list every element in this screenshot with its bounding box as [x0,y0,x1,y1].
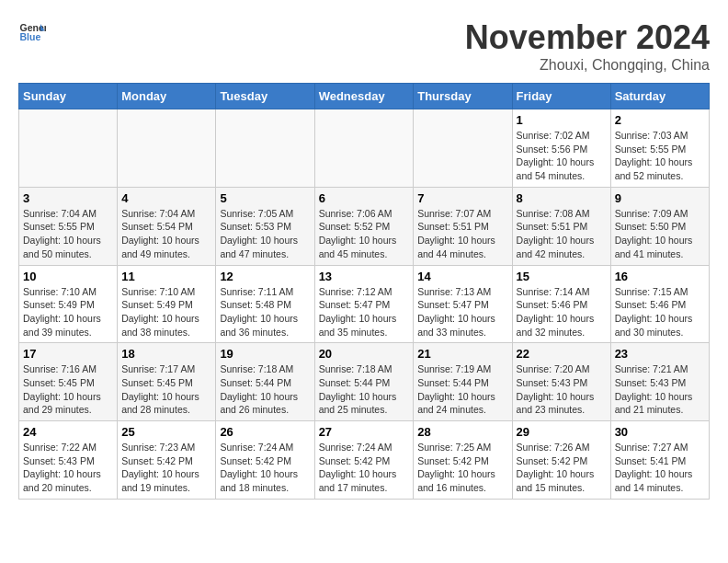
logo: General Blue [18,18,46,46]
day-info: Sunrise: 7:15 AM Sunset: 5:46 PM Dayligh… [615,285,705,339]
calendar-cell: 22Sunrise: 7:20 AM Sunset: 5:43 PM Dayli… [512,343,610,421]
calendar-cell: 21Sunrise: 7:19 AM Sunset: 5:44 PM Dayli… [414,343,512,421]
logo-icon: General Blue [18,18,46,46]
column-header-sunday: Sunday [19,84,118,109]
calendar-cell: 6Sunrise: 7:06 AM Sunset: 5:52 PM Daylig… [314,187,414,265]
day-info: Sunrise: 7:13 AM Sunset: 5:47 PM Dayligh… [417,285,507,339]
week-row-3: 10Sunrise: 7:10 AM Sunset: 5:49 PM Dayli… [19,265,710,343]
calendar-cell: 26Sunrise: 7:24 AM Sunset: 5:42 PM Dayli… [216,421,314,500]
day-info: Sunrise: 7:05 AM Sunset: 5:53 PM Dayligh… [220,207,310,261]
calendar-cell: 19Sunrise: 7:18 AM Sunset: 5:44 PM Dayli… [216,343,314,421]
calendar-cell: 13Sunrise: 7:12 AM Sunset: 5:47 PM Dayli… [314,265,414,343]
day-info: Sunrise: 7:06 AM Sunset: 5:52 PM Dayligh… [319,207,410,261]
column-header-wednesday: Wednesday [314,84,414,109]
calendar-cell: 18Sunrise: 7:17 AM Sunset: 5:45 PM Dayli… [118,343,216,421]
day-number: 30 [615,425,705,439]
day-info: Sunrise: 7:24 AM Sunset: 5:42 PM Dayligh… [319,441,410,495]
day-info: Sunrise: 7:14 AM Sunset: 5:46 PM Dayligh… [517,285,607,339]
calendar-cell [414,109,512,188]
day-info: Sunrise: 7:09 AM Sunset: 5:50 PM Dayligh… [615,207,705,261]
calendar-cell: 1Sunrise: 7:02 AM Sunset: 5:56 PM Daylig… [512,109,610,188]
day-info: Sunrise: 7:24 AM Sunset: 5:42 PM Dayligh… [220,441,310,495]
day-number: 4 [121,191,211,205]
day-number: 21 [417,347,507,361]
calendar-cell: 28Sunrise: 7:25 AM Sunset: 5:42 PM Dayli… [414,421,512,500]
day-number: 19 [220,347,310,361]
calendar-cell: 27Sunrise: 7:24 AM Sunset: 5:42 PM Dayli… [314,421,414,500]
calendar-cell: 20Sunrise: 7:18 AM Sunset: 5:44 PM Dayli… [314,343,414,421]
day-info: Sunrise: 7:11 AM Sunset: 5:48 PM Dayligh… [220,285,310,339]
day-info: Sunrise: 7:23 AM Sunset: 5:42 PM Dayligh… [121,441,211,495]
title-section: November 2024 Zhouxi, Chongqing, China [465,18,710,74]
day-info: Sunrise: 7:20 AM Sunset: 5:43 PM Dayligh… [517,362,607,417]
day-number: 12 [220,270,310,283]
day-info: Sunrise: 7:21 AM Sunset: 5:43 PM Dayligh… [615,362,705,417]
calendar-header-row: SundayMondayTuesdayWednesdayThursdayFrid… [19,84,710,109]
calendar-cell: 15Sunrise: 7:14 AM Sunset: 5:46 PM Dayli… [512,265,610,343]
day-number: 22 [517,347,607,361]
week-row-4: 17Sunrise: 7:16 AM Sunset: 5:45 PM Dayli… [19,343,710,421]
calendar-cell: 4Sunrise: 7:04 AM Sunset: 5:54 PM Daylig… [118,187,216,265]
day-info: Sunrise: 7:04 AM Sunset: 5:54 PM Dayligh… [121,207,211,261]
day-info: Sunrise: 7:08 AM Sunset: 5:51 PM Dayligh… [517,207,607,261]
svg-text:Blue: Blue [20,31,41,42]
day-number: 25 [121,425,211,439]
day-info: Sunrise: 7:27 AM Sunset: 5:41 PM Dayligh… [615,441,705,495]
day-number: 14 [417,270,507,283]
calendar-cell: 3Sunrise: 7:04 AM Sunset: 5:55 PM Daylig… [19,187,118,265]
day-number: 18 [121,347,211,361]
column-header-thursday: Thursday [414,84,512,109]
day-number: 29 [517,425,607,439]
day-number: 20 [319,347,410,361]
day-info: Sunrise: 7:02 AM Sunset: 5:56 PM Dayligh… [517,129,607,183]
column-header-friday: Friday [512,84,610,109]
day-info: Sunrise: 7:22 AM Sunset: 5:43 PM Dayligh… [23,441,113,495]
day-number: 5 [220,191,310,205]
day-number: 1 [517,113,607,127]
day-number: 27 [319,425,410,439]
day-info: Sunrise: 7:03 AM Sunset: 5:55 PM Dayligh… [615,129,705,183]
week-row-1: 1Sunrise: 7:02 AM Sunset: 5:56 PM Daylig… [19,109,710,188]
column-header-tuesday: Tuesday [216,84,314,109]
column-header-monday: Monday [118,84,216,109]
calendar-cell: 8Sunrise: 7:08 AM Sunset: 5:51 PM Daylig… [512,187,610,265]
day-number: 23 [615,347,705,361]
calendar-cell: 24Sunrise: 7:22 AM Sunset: 5:43 PM Dayli… [19,421,118,500]
calendar-cell: 14Sunrise: 7:13 AM Sunset: 5:47 PM Dayli… [414,265,512,343]
day-info: Sunrise: 7:26 AM Sunset: 5:42 PM Dayligh… [517,441,607,495]
calendar-cell [118,109,216,188]
day-info: Sunrise: 7:18 AM Sunset: 5:44 PM Dayligh… [220,362,310,417]
calendar-cell: 5Sunrise: 7:05 AM Sunset: 5:53 PM Daylig… [216,187,314,265]
day-info: Sunrise: 7:16 AM Sunset: 5:45 PM Dayligh… [23,362,113,417]
day-info: Sunrise: 7:17 AM Sunset: 5:45 PM Dayligh… [121,362,211,417]
day-number: 24 [23,425,113,439]
day-info: Sunrise: 7:10 AM Sunset: 5:49 PM Dayligh… [121,285,211,339]
page-subtitle: Zhouxi, Chongqing, China [465,57,710,74]
calendar-cell: 29Sunrise: 7:26 AM Sunset: 5:42 PM Dayli… [512,421,610,500]
day-info: Sunrise: 7:12 AM Sunset: 5:47 PM Dayligh… [319,285,410,339]
day-info: Sunrise: 7:25 AM Sunset: 5:42 PM Dayligh… [417,441,507,495]
day-number: 3 [23,191,113,205]
calendar-cell: 12Sunrise: 7:11 AM Sunset: 5:48 PM Dayli… [216,265,314,343]
calendar-cell: 9Sunrise: 7:09 AM Sunset: 5:50 PM Daylig… [610,187,709,265]
calendar-body: 1Sunrise: 7:02 AM Sunset: 5:56 PM Daylig… [19,109,710,500]
week-row-2: 3Sunrise: 7:04 AM Sunset: 5:55 PM Daylig… [19,187,710,265]
calendar-cell: 2Sunrise: 7:03 AM Sunset: 5:55 PM Daylig… [610,109,709,188]
calendar-cell: 16Sunrise: 7:15 AM Sunset: 5:46 PM Dayli… [610,265,709,343]
day-info: Sunrise: 7:10 AM Sunset: 5:49 PM Dayligh… [23,285,113,339]
calendar-cell: 30Sunrise: 7:27 AM Sunset: 5:41 PM Dayli… [610,421,709,500]
day-number: 9 [615,191,705,205]
day-info: Sunrise: 7:18 AM Sunset: 5:44 PM Dayligh… [319,362,410,417]
calendar-cell [314,109,414,188]
calendar-cell: 25Sunrise: 7:23 AM Sunset: 5:42 PM Dayli… [118,421,216,500]
day-info: Sunrise: 7:07 AM Sunset: 5:51 PM Dayligh… [417,207,507,261]
day-number: 17 [23,347,113,361]
page-header: General Blue November 2024 Zhouxi, Chong… [18,18,710,74]
column-header-saturday: Saturday [610,84,709,109]
calendar-cell: 7Sunrise: 7:07 AM Sunset: 5:51 PM Daylig… [414,187,512,265]
day-number: 15 [517,270,607,283]
day-number: 13 [319,270,410,283]
day-number: 6 [319,191,410,205]
day-number: 7 [417,191,507,205]
calendar-cell: 17Sunrise: 7:16 AM Sunset: 5:45 PM Dayli… [19,343,118,421]
